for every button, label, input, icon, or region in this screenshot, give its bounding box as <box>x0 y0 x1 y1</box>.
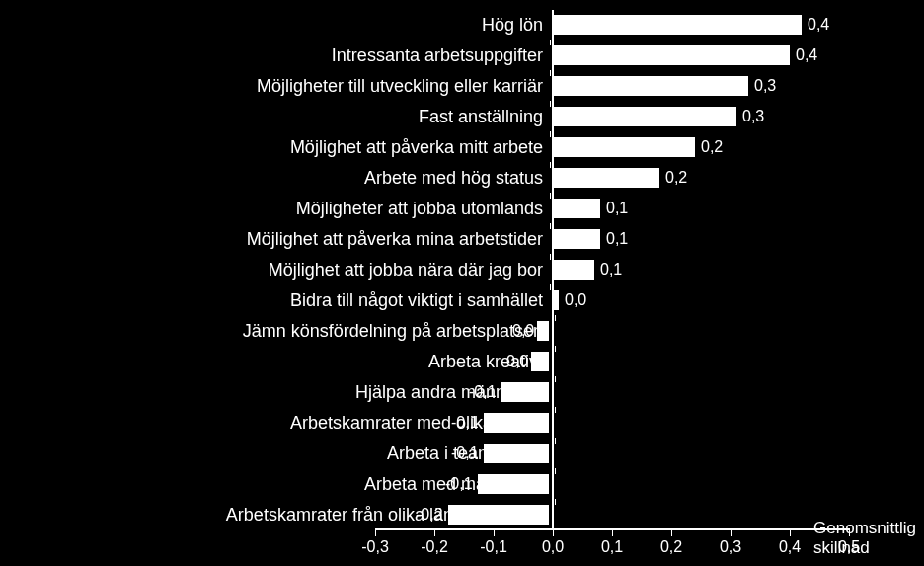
tick <box>434 528 435 536</box>
x-axis: -0,3 -0,2 -0,1 0,0 0,1 0,2 0,3 0,4 0,5 <box>0 528 924 529</box>
bar <box>553 76 748 96</box>
bar-row: Möjlighet att jobba nära där jag bor 0,1 <box>0 255 924 284</box>
bar <box>478 474 549 494</box>
minor-tick <box>550 223 551 229</box>
bar-row: Arbeta med människor -0,1 <box>0 469 924 499</box>
bar <box>553 45 790 65</box>
value-label: 0,4 <box>808 16 829 34</box>
bar-row: Fast anställning 0,3 <box>0 102 924 131</box>
tick <box>790 528 791 536</box>
bar-row: Arbetskamrater från olika länder/kulture… <box>0 500 924 529</box>
bar <box>537 321 549 341</box>
bar-row: Möjlighet att påverka mitt arbete 0,2 <box>0 132 924 162</box>
minor-tick <box>550 254 551 260</box>
bar <box>501 382 549 402</box>
x-axis-label-text: Genomsnittlig skillnad <box>813 519 916 557</box>
bar <box>553 107 736 126</box>
minor-tick <box>555 468 556 474</box>
category-label: Möjligheter till utveckling eller karriä… <box>257 76 543 97</box>
value-label: 0,1 <box>606 230 628 248</box>
minor-tick <box>555 438 556 444</box>
minor-tick <box>555 499 556 505</box>
tick <box>731 528 732 536</box>
tick <box>612 528 613 536</box>
bar <box>553 137 695 157</box>
minor-tick <box>555 315 556 321</box>
tick-label: 0,4 <box>779 538 801 556</box>
tick-label: 0,0 <box>542 538 564 556</box>
bar-row: Hjälpa andra människor -0,1 <box>0 377 924 407</box>
tick-label: 0,1 <box>601 538 623 556</box>
category-label: Möjlighet att jobba nära där jag bor <box>269 260 543 281</box>
bar <box>553 260 594 280</box>
value-label: 0,2 <box>665 169 687 187</box>
tick <box>671 528 672 536</box>
category-label: Hög lön <box>482 15 543 36</box>
bar-row: Arbetskamrater med olika åldrar -0,1 <box>0 408 924 438</box>
tick <box>375 528 376 536</box>
value-label: 0,0 <box>565 291 586 309</box>
value-label: 0,3 <box>742 108 764 125</box>
bar <box>553 15 802 35</box>
bar-row: Möjlighet att påverka mina arbetstider 0… <box>0 224 924 254</box>
minor-tick <box>550 162 551 168</box>
value-label: -0,1 <box>451 414 479 432</box>
minor-tick <box>550 131 551 137</box>
bar-row: Arbete med hög status 0,2 <box>0 163 924 193</box>
category-label: Arbete med hög status <box>364 168 543 189</box>
minor-tick <box>555 376 556 382</box>
minor-tick <box>550 40 551 45</box>
bar <box>531 352 549 371</box>
tick <box>553 528 554 536</box>
bar-row: Jämn könsfördelning på arbetsplatsen 0,0 <box>0 316 924 346</box>
bar-row: Möjligheter att jobba utomlands 0,1 <box>0 194 924 223</box>
category-label: Bidra till något viktigt i samhället <box>290 290 543 311</box>
bar-row: Bidra till något viktigt i samhället 0,0 <box>0 285 924 315</box>
bar-row: Arbeta kreativt 0,0 <box>0 347 924 376</box>
minor-tick <box>550 284 551 290</box>
bar <box>484 444 549 463</box>
value-label: 0,4 <box>796 46 817 64</box>
bar-chart: Hög lön 0,4 Intressanta arbetsuppgifter … <box>0 0 924 566</box>
bar <box>553 199 600 218</box>
value-label: -0,1 <box>445 475 473 493</box>
category-label: Möjlighet att påverka mina arbetstider <box>247 229 543 250</box>
minor-tick <box>550 101 551 107</box>
tick-label: -0,1 <box>480 538 507 556</box>
minor-tick <box>555 407 556 413</box>
category-label: Intressanta arbetsuppgifter <box>332 45 543 66</box>
bar <box>553 168 659 188</box>
tick-label: 0,3 <box>720 538 741 556</box>
value-label: -0,2 <box>416 506 443 524</box>
value-label: 0,3 <box>754 77 776 95</box>
minor-tick <box>550 193 551 199</box>
value-label: -0,1 <box>469 383 497 401</box>
bar-row: Möjligheter till utveckling eller karriä… <box>0 71 924 101</box>
tick-label: -0,2 <box>421 538 448 556</box>
category-label: Möjligheter att jobba utomlands <box>296 199 543 219</box>
bar-row: Hög lön 0,4 <box>0 10 924 40</box>
value-label: 0,2 <box>701 138 723 156</box>
bar-row: Arbeta i team/grupp -0,1 <box>0 439 924 468</box>
value-label: -0,1 <box>451 445 479 462</box>
tick-label: -0,3 <box>361 538 389 556</box>
minor-tick <box>555 346 556 352</box>
value-label: 0,1 <box>600 261 622 279</box>
tick-label: 0,2 <box>660 538 682 556</box>
bar <box>484 413 549 433</box>
bar <box>553 290 559 310</box>
bar-row: Intressanta arbetsuppgifter 0,4 <box>0 40 924 70</box>
category-label: Jämn könsfördelning på arbetsplatsen <box>243 321 543 342</box>
value-label: 0,0 <box>512 322 534 340</box>
value-label: 0,0 <box>506 353 528 370</box>
minor-tick <box>550 70 551 76</box>
bar <box>448 505 549 525</box>
category-label: Fast anställning <box>419 107 543 127</box>
bar <box>553 229 600 249</box>
category-label: Möjlighet att påverka mitt arbete <box>290 137 543 158</box>
value-label: 0,1 <box>606 200 628 217</box>
x-axis-label: Genomsnittlig skillnad <box>813 519 916 557</box>
tick <box>494 528 495 536</box>
